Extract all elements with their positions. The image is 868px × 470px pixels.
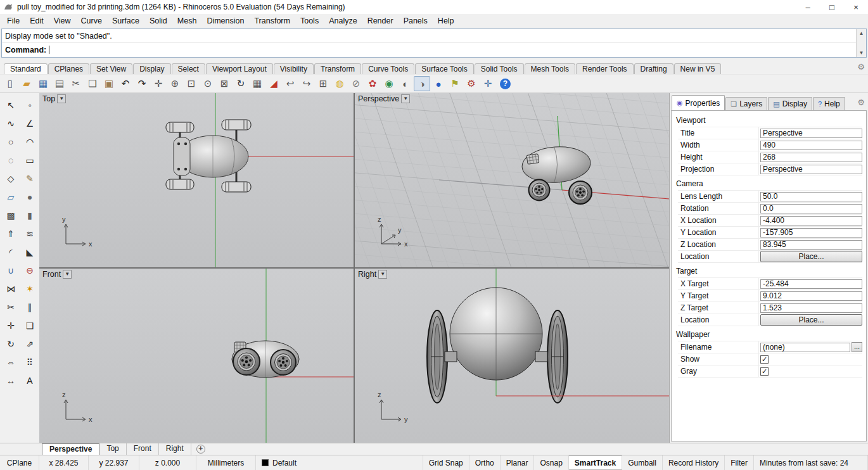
help-icon[interactable]: ? — [500, 79, 511, 89]
toolbar-tab-visibility[interactable]: Visibility — [274, 63, 314, 74]
options-gear-icon[interactable]: ⚙ — [463, 76, 480, 91]
viewport-perspective[interactable]: Perspective — [355, 93, 669, 267]
menu-render[interactable]: Render — [362, 15, 399, 27]
ghosted-view-icon[interactable]: ◑ — [414, 76, 430, 91]
trim-icon[interactable]: ✂ — [3, 299, 19, 315]
lightbulb-icon[interactable]: ◍ — [331, 76, 348, 91]
viewport-dropdown-icon[interactable] — [401, 94, 410, 103]
pan-icon[interactable]: ✛ — [150, 76, 167, 91]
viewport-layout-icon[interactable]: ▦ — [249, 76, 265, 91]
close-button[interactable]: × — [844, 0, 868, 14]
box-icon[interactable]: ▩ — [3, 207, 19, 223]
extrude-icon[interactable]: ⇑ — [3, 225, 19, 241]
menu-transform[interactable]: Transform — [249, 15, 295, 27]
menu-file[interactable]: File — [2, 15, 25, 27]
tab-display[interactable]: ▤ Display — [768, 97, 812, 110]
sphere-icon[interactable]: ● — [22, 189, 38, 205]
select-tool-icon[interactable]: ↖ — [3, 97, 19, 113]
viewport-top-label[interactable]: Top — [42, 94, 66, 103]
pane-gumball[interactable]: Gumball — [622, 455, 663, 470]
scroll-down-icon[interactable]: ▼ — [859, 50, 864, 56]
command-scrollbar[interactable]: ▲ ▼ — [856, 29, 866, 57]
toolbar-tab-display[interactable]: Display — [133, 63, 170, 74]
pane-record-history[interactable]: Record History — [663, 455, 725, 470]
show-checkbox[interactable] — [760, 355, 769, 364]
units-selector[interactable]: Millimeters — [196, 455, 256, 470]
viewport-front-label[interactable]: Front — [42, 270, 72, 279]
cplane-selector[interactable]: CPlane — [0, 455, 39, 470]
y-target-field[interactable]: 9.012 — [760, 291, 862, 301]
toolbar-tab-viewport-layout[interactable]: Viewport Layout — [206, 63, 273, 74]
mirror-icon[interactable]: ⇔ — [3, 354, 19, 370]
menu-analyze[interactable]: Analyze — [324, 15, 362, 27]
pane-osnap[interactable]: Osnap — [534, 455, 568, 470]
pull-toy-right-view[interactable] — [427, 288, 568, 403]
toolbar-tab-set-view[interactable]: Set View — [90, 63, 132, 74]
toolbar-tab-cplanes[interactable]: CPlanes — [48, 63, 89, 74]
menu-solid[interactable]: Solid — [144, 15, 172, 27]
rotate-icon[interactable]: ↻ — [3, 336, 19, 352]
dimension-icon[interactable]: ↔ — [3, 372, 19, 388]
text-icon[interactable]: A — [22, 372, 38, 388]
toolbar-tab-transform[interactable]: Transform — [314, 63, 361, 74]
copy-icon[interactable]: ❏ — [84, 76, 101, 91]
viewport-right[interactable]: Right — [355, 269, 669, 443]
scale-icon[interactable]: ⇗ — [22, 336, 38, 352]
array-icon[interactable]: ⠿ — [22, 354, 38, 370]
gumball-icon[interactable]: ✛ — [480, 76, 496, 91]
filename-field[interactable]: (none) — [760, 343, 850, 352]
rotate-view-icon[interactable]: ↻ — [233, 76, 249, 91]
viewport-title[interactable]: Right — [358, 270, 376, 279]
redo-icon[interactable]: ↷ — [134, 76, 150, 91]
paste-icon[interactable]: ▣ — [101, 76, 117, 91]
toolbar-tab-mesh-tools[interactable]: Mesh Tools — [525, 63, 575, 74]
viewport-title[interactable]: Perspective — [358, 94, 399, 103]
pane-filter[interactable]: Filter — [725, 455, 754, 470]
viewport-tab-top[interactable]: Top — [99, 443, 126, 455]
undo-icon[interactable]: ↶ — [117, 76, 134, 91]
curve-icon[interactable]: ∿ — [3, 115, 19, 131]
rotation-field[interactable]: 0.0 — [760, 204, 862, 213]
tab-layers[interactable]: ❏ Layers — [725, 97, 767, 110]
toolbar-tab-standard[interactable]: Standard — [4, 63, 48, 74]
split-icon[interactable]: ∥ — [22, 299, 38, 315]
undo-view-icon[interactable]: ↩ — [282, 76, 298, 91]
pull-toy-top-view[interactable] — [166, 120, 251, 192]
viewport-dropdown-icon[interactable] — [378, 270, 387, 279]
viewport-perspective-label[interactable]: Perspective — [358, 94, 410, 103]
right-viewport-canvas[interactable]: z y — [355, 269, 669, 443]
maximize-button[interactable]: □ — [820, 0, 844, 14]
title-value-field[interactable]: Perspective — [760, 129, 862, 138]
lens-length-field[interactable]: 50.0 — [760, 192, 862, 201]
redo-view-icon[interactable]: ↪ — [298, 76, 315, 91]
pane-ortho[interactable]: Ortho — [469, 455, 501, 470]
projection-select[interactable]: Perspective — [760, 165, 862, 174]
menu-surface[interactable]: Surface — [107, 15, 144, 27]
cylinder-icon[interactable]: ▮ — [22, 207, 38, 223]
zoom-extents-icon[interactable]: ⊠ — [216, 76, 233, 91]
toolbar-tab-render-tools[interactable]: Render Tools — [576, 63, 634, 74]
menu-view[interactable]: View — [49, 15, 76, 27]
x-target-field[interactable]: -25.484 — [760, 279, 862, 289]
rectangle-icon[interactable]: ▭ — [22, 152, 38, 168]
x-location-field[interactable]: -4.400 — [760, 216, 862, 225]
minimize-button[interactable]: – — [796, 0, 820, 14]
flag-icon[interactable]: ⚑ — [447, 76, 463, 91]
cplane-icon[interactable]: ⊞ — [315, 76, 331, 91]
tab-help[interactable]: ? Help — [813, 97, 845, 110]
toolbar-tab-drafting[interactable]: Drafting — [634, 63, 673, 74]
polyline-icon[interactable]: ∠ — [22, 115, 38, 131]
ellipse-icon[interactable]: ◌ — [3, 152, 19, 168]
tab-properties[interactable]: ◉ Properties — [672, 95, 725, 110]
open-file-icon[interactable]: ▰ — [18, 76, 35, 91]
browse-button[interactable]: ... — [852, 342, 862, 352]
zoom-dynamic-icon[interactable]: ⊕ — [167, 76, 183, 91]
pane-grid-snap[interactable]: Grid Snap — [423, 455, 469, 470]
scroll-up-icon[interactable]: ▲ — [859, 30, 864, 36]
shaded-view-icon[interactable]: ◐ — [397, 76, 414, 91]
zoom-window-icon[interactable]: ⊡ — [183, 76, 200, 91]
panel-gear-icon[interactable]: ⚙ — [857, 98, 865, 107]
viewport-front[interactable]: Front — [39, 269, 354, 443]
loft-icon[interactable]: ≋ — [22, 225, 38, 241]
height-value-field[interactable]: 268 — [760, 153, 862, 162]
